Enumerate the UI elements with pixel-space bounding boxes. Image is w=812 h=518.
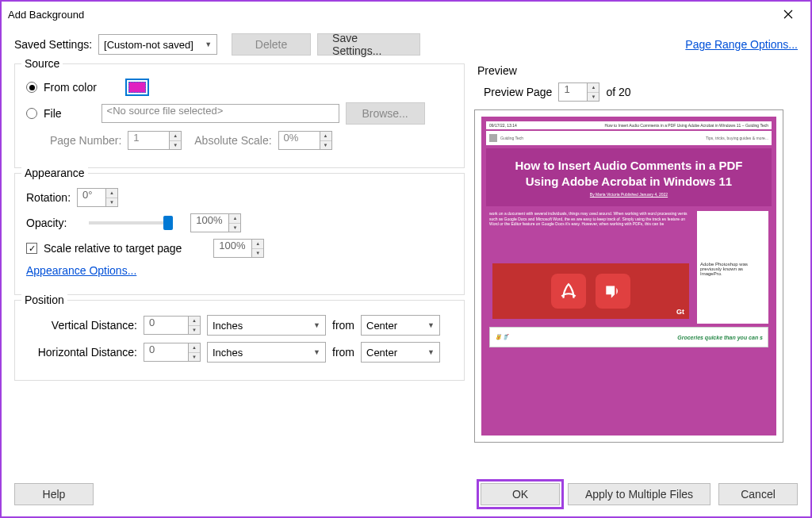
doc-brand: Guiding Tech <box>500 136 523 140</box>
file-label: File <box>44 107 62 120</box>
spin-down-icon[interactable]: ▼ <box>252 249 263 258</box>
gt-badge: Gt <box>676 308 684 316</box>
opacity-slider[interactable] <box>89 221 168 224</box>
scale-relative-label: Scale relative to target page <box>44 242 182 255</box>
titlebar: Add Background <box>2 2 810 27</box>
doc-body-text: work on a document with several individu… <box>489 211 692 259</box>
appearance-group: Appearance Rotation: 0° ▲▼ Opacity: <box>14 173 465 295</box>
absolute-scale-label: Absolute Scale: <box>194 134 271 147</box>
doc-header-left: 09/17/22, 13:14 <box>489 123 517 128</box>
chevron-down-icon: ▼ <box>313 348 320 356</box>
page-range-options-link[interactable]: Page Range Options... <box>685 38 798 51</box>
source-group: Source From color File <No source file s… <box>14 63 465 168</box>
spin-down-icon[interactable]: ▼ <box>106 198 117 207</box>
spin-down-icon[interactable]: ▼ <box>189 353 200 362</box>
horizontal-from-dropdown[interactable]: Center▼ <box>361 342 440 363</box>
horizontal-distance-spinner[interactable]: 0 ▲▼ <box>144 343 201 362</box>
help-button[interactable]: Help <box>14 483 94 505</box>
color-swatch[interactable] <box>125 79 149 96</box>
vertical-unit-dropdown[interactable]: Inches▼ <box>207 315 326 336</box>
audio-icon <box>596 274 630 309</box>
sidebar-note: Adobe Photoshop was previously known as … <box>697 259 768 324</box>
chevron-down-icon: ▼ <box>313 321 320 329</box>
appearance-group-title: Appearance <box>21 167 88 179</box>
close-button[interactable] <box>772 3 804 25</box>
preview-page-spinner[interactable]: 1 ▲▼ <box>558 82 599 102</box>
spin-up-icon[interactable]: ▲ <box>170 132 181 141</box>
page-number-label: Page Number: <box>50 134 121 147</box>
red-banner: Gt <box>492 263 689 319</box>
spin-down-icon[interactable]: ▼ <box>189 326 200 335</box>
spin-up-icon[interactable]: ▲ <box>189 343 200 353</box>
delete-button[interactable]: Delete <box>232 33 311 56</box>
spin-down-icon[interactable]: ▼ <box>229 224 240 232</box>
horizontal-unit-dropdown[interactable]: Inches▼ <box>207 342 326 363</box>
doc-title: How to Insert Audio Comments in a PDF Us… <box>502 158 756 189</box>
spin-up-icon[interactable]: ▲ <box>229 214 240 224</box>
chevron-down-icon: ▼ <box>427 348 435 356</box>
spin-up-icon[interactable]: ▲ <box>252 240 263 249</box>
spin-up-icon[interactable]: ▲ <box>189 317 200 326</box>
vertical-distance-spinner[interactable]: 0 ▲▼ <box>144 316 201 335</box>
opacity-spinner[interactable]: 100% ▲▼ <box>190 213 241 232</box>
preview-box: 09/17/22, 13:14 How to Insert Audio Comm… <box>474 109 783 443</box>
chevron-down-icon: ▼ <box>427 321 435 329</box>
dialog-window: Add Background Saved Settings: [Custom-n… <box>0 0 812 518</box>
vertical-from-dropdown[interactable]: Center▼ <box>361 315 440 336</box>
spin-down-icon[interactable]: ▼ <box>320 141 331 150</box>
from-label: from <box>332 319 354 332</box>
position-group: Position Vertical Distance: 0 ▲▼ Inches▼… <box>14 300 465 381</box>
spin-down-icon[interactable]: ▼ <box>588 93 599 102</box>
opacity-label: Opacity: <box>26 217 67 229</box>
position-group-title: Position <box>21 294 67 306</box>
saved-settings-dropdown[interactable]: [Custom-not saved] ▼ <box>98 34 217 55</box>
preview-group: Preview Preview Page 1 ▲▼ of 20 09/17/22… <box>474 63 798 443</box>
brand-logo-icon <box>489 134 497 142</box>
from-label: from <box>332 346 354 359</box>
source-group-title: Source <box>21 57 63 70</box>
scale-spinner[interactable]: 100% ▲▼ <box>213 239 264 258</box>
file-radio[interactable] <box>26 108 37 119</box>
ok-button[interactable]: OK <box>481 483 560 505</box>
preview-group-title: Preview <box>477 64 517 77</box>
saved-settings-value: [Custom-not saved] <box>104 39 193 51</box>
spin-up-icon[interactable]: ▲ <box>106 189 117 198</box>
ad-strip: 🥫🥤 Groceries quicke than you can s <box>489 327 768 347</box>
absolute-scale-spinner[interactable]: 0% ▲▼ <box>278 131 332 150</box>
horizontal-distance-label: Horizontal Distance: <box>26 346 137 359</box>
preview-of-label: of 20 <box>606 86 630 98</box>
window-title: Add Background <box>8 9 772 21</box>
page-number-spinner[interactable]: 1 ▲▼ <box>128 131 182 150</box>
spin-up-icon[interactable]: ▲ <box>588 83 599 93</box>
preview-page-label: Preview Page <box>484 86 552 98</box>
saved-settings-label: Saved Settings: <box>14 38 92 51</box>
chevron-down-icon: ▼ <box>205 40 212 48</box>
doc-byline: By Maria Victoria Published January 4, 2… <box>502 192 756 197</box>
acrobat-icon <box>551 274 586 309</box>
doc-header-right: How to Insert Audio Comments in a PDF Us… <box>605 123 768 128</box>
spin-up-icon[interactable]: ▲ <box>320 132 331 141</box>
page-preview: 09/17/22, 13:14 How to Insert Audio Comm… <box>481 117 776 436</box>
doc-tagline: Tips, tricks, buying guides & more... <box>706 136 768 140</box>
spin-down-icon[interactable]: ▼ <box>170 141 181 150</box>
rotation-spinner[interactable]: 0° ▲▼ <box>77 188 118 207</box>
sidebar-box <box>697 211 768 259</box>
file-path-input[interactable]: <No source file selected> <box>102 104 339 123</box>
save-settings-button[interactable]: Save Settings... <box>317 33 420 56</box>
from-color-radio[interactable] <box>26 82 37 93</box>
scale-relative-checkbox[interactable]: ✓ <box>26 243 37 254</box>
apply-multiple-button[interactable]: Apply to Multiple Files <box>568 483 710 505</box>
appearance-options-link[interactable]: Appearance Options... <box>26 264 136 277</box>
from-color-label: From color <box>44 81 97 94</box>
cancel-button[interactable]: Cancel <box>718 483 798 505</box>
rotation-label: Rotation: <box>26 191 71 204</box>
browse-button[interactable]: Browse... <box>346 102 425 125</box>
vertical-distance-label: Vertical Distance: <box>26 319 137 332</box>
